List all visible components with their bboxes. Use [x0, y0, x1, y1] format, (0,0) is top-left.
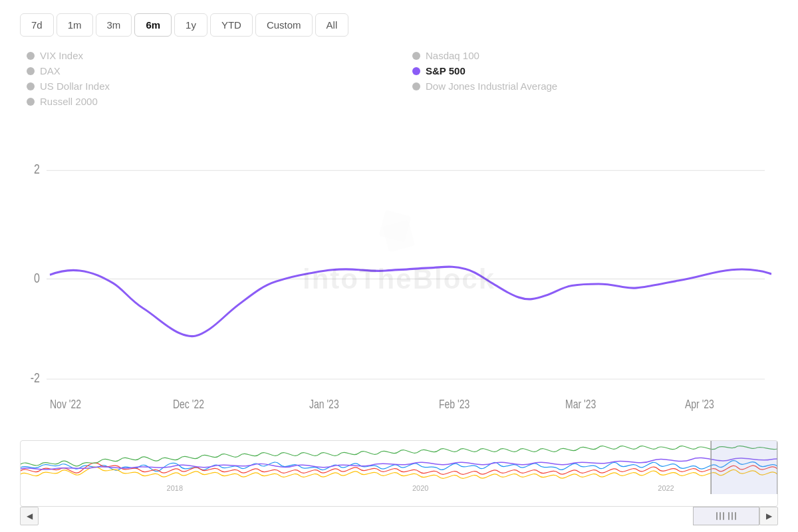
main-chart-svg: 2 0 -2 Nov '22 Dec '22 Jan '23 Feb '23 M… — [20, 120, 778, 438]
time-btn-custom[interactable]: Custom — [255, 13, 313, 37]
scroll-right-button[interactable]: ▶ — [759, 507, 778, 525]
legend-dot — [27, 98, 35, 106]
navigator-track — [39, 507, 759, 525]
time-btn-6m[interactable]: 6m — [134, 13, 172, 37]
legend-item-dow-jones-industrial-average[interactable]: Dow Jones Industrial Average — [412, 80, 771, 92]
navigator-bottom: ◀ ▶ — [20, 507, 778, 525]
left-arrow-icon: ◀ — [27, 511, 33, 521]
chart-area: intoTheBlock 2 0 -2 Nov '22 Dec '22 Jan … — [20, 120, 778, 438]
scroll-left-button[interactable]: ◀ — [20, 507, 39, 525]
svg-text:Dec '22: Dec '22 — [173, 398, 204, 411]
svg-text:Feb '23: Feb '23 — [439, 398, 469, 411]
time-btn-3m[interactable]: 3m — [96, 13, 132, 37]
navigator-svg: 2018 2020 2022 — [21, 441, 777, 494]
legend-dot — [27, 82, 35, 90]
svg-text:2020: 2020 — [412, 484, 428, 492]
legend-item-vix-index[interactable]: VIX Index — [27, 50, 386, 61]
svg-text:Nov '22: Nov '22 — [50, 398, 81, 411]
left-handle-bars — [716, 512, 724, 520]
svg-text:2: 2 — [34, 162, 40, 177]
legend-item-s&p-500[interactable]: S&P 500 — [412, 65, 771, 76]
legend-item-nasdaq-100[interactable]: Nasdaq 100 — [412, 50, 771, 61]
svg-text:Apr '23: Apr '23 — [685, 398, 714, 411]
page-container: 7d1m3m6m1yYTDCustomAll VIX IndexNasdaq 1… — [0, 0, 798, 532]
handle-bar-5 — [732, 512, 733, 520]
svg-text:Mar '23: Mar '23 — [565, 398, 596, 411]
legend-label: Dow Jones Industrial Average — [426, 80, 557, 92]
time-btn-7d[interactable]: 7d — [20, 13, 54, 37]
svg-text:0: 0 — [34, 271, 40, 285]
legend-dot — [27, 67, 35, 75]
handle-bar-4 — [728, 512, 730, 520]
legend-label: VIX Index — [40, 50, 83, 61]
legend-dot — [412, 67, 420, 75]
right-arrow-icon: ▶ — [766, 511, 772, 521]
handle-bar-2 — [720, 512, 721, 520]
handle-bar-3 — [723, 512, 724, 520]
legend-label: Russell 2000 — [40, 96, 98, 107]
time-btn-1m[interactable]: 1m — [57, 13, 93, 37]
navigator-handle[interactable] — [693, 507, 759, 525]
time-range-bar: 7d1m3m6m1yYTDCustomAll — [20, 13, 778, 37]
svg-rect-14 — [711, 441, 777, 494]
legend-dot — [412, 82, 420, 90]
legend-item-russell-2000[interactable]: Russell 2000 — [27, 96, 386, 107]
handle-bar-6 — [735, 512, 736, 520]
legend: VIX IndexNasdaq 100DAXS&P 500US Dollar I… — [20, 50, 778, 107]
navigator: 2018 2020 2022 — [20, 440, 778, 507]
legend-label: DAX — [40, 65, 61, 76]
svg-text:2022: 2022 — [658, 484, 674, 492]
legend-label: US Dollar Index — [40, 80, 110, 92]
time-btn-all[interactable]: All — [315, 13, 349, 37]
svg-text:Jan '23: Jan '23 — [309, 398, 339, 411]
svg-text:2018: 2018 — [167, 484, 183, 492]
legend-dot — [412, 52, 420, 60]
legend-dot — [27, 52, 35, 60]
legend-label: Nasdaq 100 — [426, 50, 479, 61]
handle-bar-1 — [716, 512, 718, 520]
legend-item-us-dollar-index[interactable]: US Dollar Index — [27, 80, 386, 92]
time-btn-1y[interactable]: 1y — [174, 13, 207, 37]
time-btn-ytd[interactable]: YTD — [210, 13, 253, 37]
legend-label: S&P 500 — [426, 65, 466, 76]
right-handle-bars — [728, 512, 736, 520]
legend-item-dax[interactable]: DAX — [27, 65, 386, 76]
svg-text:-2: -2 — [31, 370, 40, 385]
